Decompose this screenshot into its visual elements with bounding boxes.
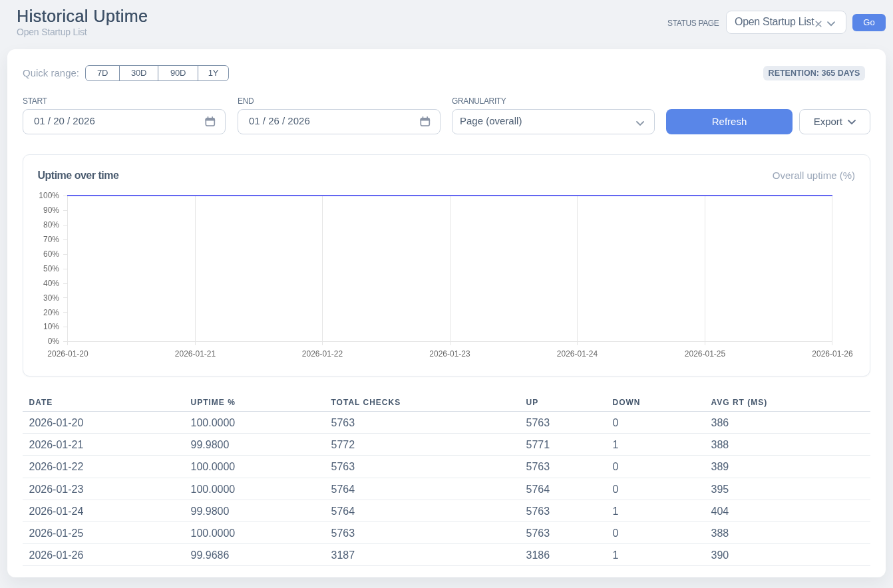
svg-text:50%: 50%	[43, 264, 59, 273]
svg-text:100%: 100%	[39, 191, 59, 200]
svg-text:2026-01-22: 2026-01-22	[302, 349, 343, 359]
svg-text:40%: 40%	[43, 279, 59, 288]
svg-text:2026-01-25: 2026-01-25	[685, 349, 726, 359]
svg-text:2026-01-23: 2026-01-23	[429, 349, 470, 359]
svg-text:80%: 80%	[43, 220, 59, 229]
svg-text:30%: 30%	[43, 293, 59, 303]
svg-text:0%: 0%	[48, 337, 60, 346]
svg-text:2026-01-24: 2026-01-24	[557, 349, 598, 359]
svg-text:10%: 10%	[43, 322, 59, 331]
svg-text:20%: 20%	[43, 308, 59, 317]
svg-text:90%: 90%	[43, 206, 59, 215]
svg-text:2026-01-20: 2026-01-20	[47, 349, 89, 359]
svg-text:2026-01-26: 2026-01-26	[812, 349, 853, 359]
svg-text:2026-01-21: 2026-01-21	[175, 349, 216, 359]
svg-text:60%: 60%	[43, 249, 59, 259]
svg-text:70%: 70%	[43, 235, 59, 244]
